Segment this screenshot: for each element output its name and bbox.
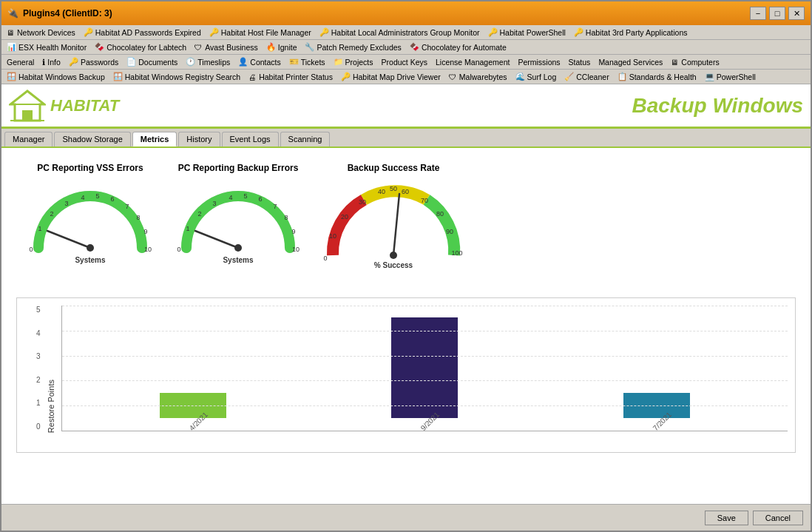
key-icon-5: 🔑 — [574, 27, 583, 37]
toolbar-product-keys[interactable]: Product Keys — [378, 56, 431, 68]
toolbar-tickets[interactable]: 🎫Tickets — [285, 55, 329, 68]
svg-text:8: 8 — [284, 214, 288, 221]
bars-wrapper: 4/2021 9/2021 7/2021 — [77, 306, 773, 431]
toolbar-general[interactable]: General — [3, 56, 38, 68]
toolbar-permissions[interactable]: Permissions — [514, 56, 564, 68]
vss-gauge-title: PC Reporting VSS Errors — [24, 163, 157, 173]
shield-icon: 🛡 — [194, 43, 203, 52]
svg-text:1: 1 — [186, 225, 189, 232]
minimize-button[interactable]: − — [750, 7, 766, 20]
svg-text:Systems: Systems — [223, 256, 254, 264]
success-rate-title: Backup Success Rate — [319, 163, 467, 173]
svg-text:4: 4 — [81, 194, 84, 201]
svg-text:5: 5 — [95, 192, 99, 200]
svg-text:50: 50 — [390, 185, 397, 192]
toolbar-row1: 🖥 Network Devices 🔑 Habitat AD Passwords… — [1, 25, 811, 40]
key-icon-3: 🔑 — [319, 27, 329, 37]
bar-group-1: 4/2021 — [160, 306, 226, 431]
toolbar-computers[interactable]: 🖥Computers — [667, 56, 723, 68]
toolbar-standards[interactable]: 📋Standards & Health — [614, 70, 700, 83]
toolbar-habitat-local[interactable]: 🔑 Habitat Local Administrators Group Mon… — [316, 26, 484, 38]
toolbar-surf-log[interactable]: 🌊Surf Log — [512, 70, 561, 83]
success-rate-gauge-svg: 0 10 20 30 40 50 60 70 80 90 100 % Succe… — [319, 178, 467, 274]
toolbar-row4: 🪟Habitat Windows Backup 🪟Habitat Windows… — [1, 70, 811, 84]
tab-metrics[interactable]: Metrics — [132, 132, 177, 147]
toolbar-info[interactable]: ℹInfo — [38, 56, 64, 68]
toolbar-documents[interactable]: 📄Documents — [123, 55, 181, 68]
pass-icon: 🔑 — [69, 57, 78, 67]
bar-1 — [160, 393, 226, 418]
tab-scanning[interactable]: Scanning — [280, 132, 331, 147]
logo-text: HABITAT — [50, 96, 119, 115]
clean-icon: 🧹 — [564, 72, 574, 81]
printer-icon: 🖨 — [248, 73, 257, 81]
toolbar-printer[interactable]: 🖨Habitat Printer Status — [245, 71, 336, 83]
toolbar-passwords[interactable]: 🔑Passwords — [65, 55, 122, 68]
svg-text:3: 3 — [212, 200, 216, 207]
toolbar-map-drive[interactable]: 🔑Habitat Map Drive Viewer — [337, 70, 444, 83]
malware-icon: 🛡 — [449, 73, 457, 81]
fire-icon: 🔥 — [266, 42, 276, 52]
gauges-section: PC Reporting VSS Errors 0 1 2 3 4 5 6 7 … — [9, 155, 803, 283]
toolbar-habitat-host[interactable]: 🔑 Habitat Host File Manager — [206, 26, 315, 38]
toolbar-registry[interactable]: 🪟Habitat Windows Registry Search — [109, 70, 244, 83]
backup-errors-gauge-svg: 0 1 2 3 4 5 6 7 8 9 10 Systems — [172, 178, 305, 266]
surf-icon: 🌊 — [515, 72, 525, 81]
maximize-button[interactable]: □ — [769, 7, 785, 20]
toolbar-timeslips[interactable]: 🕐Timeslips — [182, 55, 234, 68]
toolbar-network-devices[interactable]: 🖥 Network Devices — [3, 27, 79, 38]
toolbar-win-backup[interactable]: 🪟Habitat Windows Backup — [3, 70, 109, 83]
toolbar-avast[interactable]: 🛡 Avast Business — [191, 41, 262, 53]
tab-manager[interactable]: Manager — [4, 132, 53, 147]
monitor-icon: 🖥 — [7, 28, 15, 37]
vss-gauge-svg: 0 1 2 3 4 5 6 7 8 9 10 Systems — [24, 178, 157, 266]
clock-icon: 🕐 — [186, 57, 195, 67]
toolbar-habitat-3rd[interactable]: 🔑 Habitat 3rd Party Applications — [570, 26, 691, 38]
toolbar-habitat-ad[interactable]: 🔑 Habitat AD Passwords Expired — [80, 26, 205, 38]
svg-point-30 — [234, 244, 242, 252]
svg-text:5: 5 — [243, 192, 247, 200]
svg-text:% Success: % Success — [374, 261, 413, 269]
toolbar-ignite[interactable]: 🔥 Ignite — [263, 41, 301, 53]
backup-errors-gauge: PC Reporting Backup Errors 0 1 2 3 4 5 6… — [172, 163, 305, 268]
toolbar-habitat-ps[interactable]: 🔑 Habitat PowerShell — [484, 26, 569, 38]
close-button[interactable]: ✕ — [788, 7, 805, 20]
header-area: HABITAT Backup Windows — [1, 84, 811, 129]
svg-text:40: 40 — [378, 188, 385, 195]
svg-text:Systems: Systems — [75, 256, 106, 264]
cancel-button[interactable]: Cancel — [753, 511, 803, 525]
success-rate-gauge: Backup Success Rate 0 10 20 30 40 50 60 — [319, 163, 467, 275]
toolbar-projects[interactable]: 📁Projects — [330, 55, 377, 68]
toolbar-patch-remedy[interactable]: 🔧 Patch Remedy Excludes — [301, 41, 405, 53]
svg-text:4: 4 — [229, 194, 232, 201]
toolbar-esx[interactable]: 📊 ESX Health Monitor — [3, 41, 90, 53]
toolbar-row3: General ℹInfo 🔑Passwords 📄Documents 🕐Tim… — [1, 55, 811, 70]
toolbar-choc-lab[interactable]: 🍫 Chocolatey for Labtech — [91, 41, 190, 53]
toolbar-managed-services[interactable]: Managed Services — [595, 56, 666, 68]
tabs-bar: Manager Shadow Storage Metrics History E… — [1, 129, 811, 148]
proj-icon: 📁 — [334, 57, 343, 67]
svg-text:3: 3 — [64, 200, 68, 207]
doc-icon: 📄 — [126, 57, 136, 67]
svg-text:9: 9 — [143, 228, 147, 235]
toolbar-ccleaner[interactable]: 🧹CCleaner — [561, 70, 612, 83]
tab-shadow-storage[interactable]: Shadow Storage — [54, 132, 130, 147]
key-icon-1: 🔑 — [84, 27, 93, 37]
toolbar-license[interactable]: License Management — [432, 56, 513, 68]
vss-gauge: PC Reporting VSS Errors 0 1 2 3 4 5 6 7 … — [24, 163, 157, 268]
std-icon: 📋 — [618, 72, 627, 81]
win-icon-1: 🪟 — [7, 72, 16, 81]
save-button[interactable]: Save — [705, 511, 748, 525]
app-window: 🔌 Plugins4 (ClientID: 3) − □ ✕ 🖥 Network… — [0, 0, 812, 532]
toolbar-malwarebytes[interactable]: 🛡Malwarebytes — [445, 71, 511, 83]
habitat-logo: HABITAT — [9, 90, 119, 122]
ps-icon: 💻 — [705, 72, 714, 81]
tab-history[interactable]: History — [178, 132, 220, 147]
tab-event-logs[interactable]: Event Logs — [222, 132, 279, 147]
toolbar-powershell[interactable]: 💻PowerShell — [701, 70, 759, 83]
toolbar-choc-auto[interactable]: 🍫 Chocolatey for Automate — [406, 41, 510, 53]
toolbar-contacts[interactable]: 👤Contacts — [234, 55, 284, 68]
svg-text:6: 6 — [110, 195, 114, 203]
comp-icon: 🖥 — [671, 58, 679, 67]
toolbar-status[interactable]: Status — [565, 56, 595, 68]
